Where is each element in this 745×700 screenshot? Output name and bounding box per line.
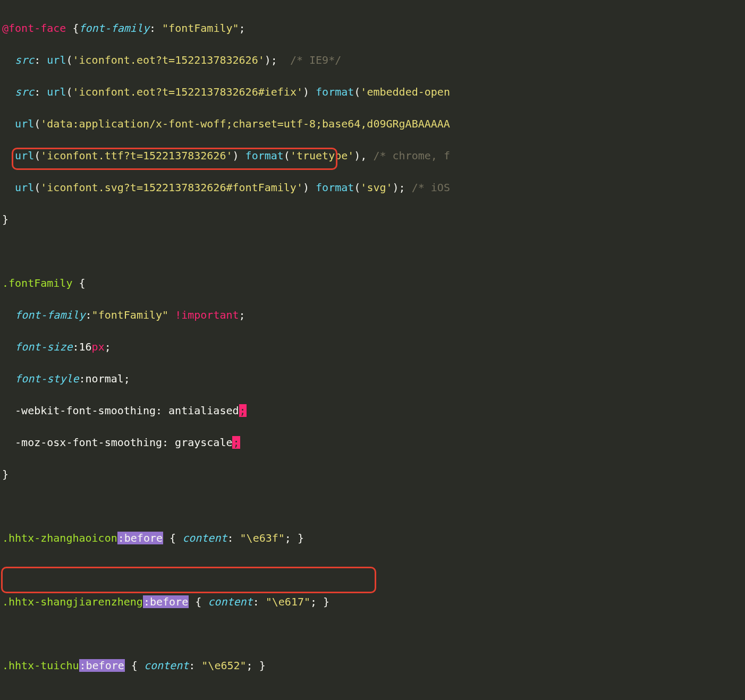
css-selector: .fontFamily (2, 277, 72, 289)
blank-line (2, 689, 743, 700)
css-string: "\e617" (266, 595, 310, 608)
css-string: "\e652" (201, 659, 246, 672)
css-string: 'data:application/x-font-woff;charset=ut… (40, 117, 450, 130)
css-selector: .hhtx-zhanghaoicon (2, 532, 117, 544)
css-function: format (245, 149, 284, 162)
css-property: src (15, 86, 34, 98)
css-comment: /* chrome, f (367, 149, 450, 162)
css-property: font-family (15, 309, 85, 321)
code-line: url('data:application/x-font-woff;charse… (2, 116, 743, 132)
code-line: src: url('iconfont.eot?t=1522137832626#i… (2, 84, 743, 100)
css-string: 'iconfont.svg?t=1522137832626#fontFamily… (40, 181, 303, 194)
css-string: "\e63f" (240, 532, 285, 544)
code-line: .hhtx-tuichu:before { content: "\e652"; … (2, 658, 743, 673)
css-comment: /* IE9*/ (284, 54, 341, 66)
css-string: 'iconfont.eot?t=1522137832626#iefix' (72, 86, 302, 98)
code-editor: @font-face {font-family: "fontFamily"; s… (0, 0, 745, 700)
code-line: } (2, 211, 743, 227)
css-function: url (47, 54, 66, 66)
css-selector: .hhtx-tuichu (2, 659, 79, 672)
at-rule-keyword: @font-face (2, 22, 66, 35)
highlighted-semicolon: ; (239, 404, 247, 417)
css-string: "fontFamily" (92, 309, 169, 321)
css-string: "fontFamily" (156, 22, 239, 35)
css-comment: /* iOS (405, 181, 450, 194)
pseudo-selector: :before (117, 532, 163, 544)
css-function: url (15, 149, 34, 162)
code-line: url('iconfont.ttf?t=1522137832626') form… (2, 148, 743, 164)
code-line: } (2, 466, 743, 482)
code-line: font-size:16px; (2, 339, 743, 355)
code-line: font-style:normal; (2, 371, 743, 387)
code-line: .hhtx-shangjiarenzheng:before { content:… (2, 594, 743, 610)
css-function: format (316, 181, 354, 194)
css-string: 'truetype' (290, 149, 354, 162)
css-function: url (47, 86, 66, 98)
code-line: -moz-osx-font-smoothing: grayscale; (2, 434, 743, 450)
pseudo-selector: :before (143, 595, 189, 608)
blank-line (2, 562, 743, 578)
css-property: font-size (15, 340, 72, 353)
blank-line (2, 626, 743, 642)
css-string: 'iconfont.eot?t=1522137832626' (72, 54, 264, 66)
css-property: font-family (79, 22, 149, 35)
css-property: font-style (15, 372, 79, 385)
css-property: content (208, 595, 252, 608)
css-function: url (15, 117, 34, 130)
css-property: src (15, 54, 34, 66)
code-line: font-family:"fontFamily" !important; (2, 307, 743, 323)
css-function: format (316, 86, 354, 98)
blank-line (2, 243, 743, 259)
css-string: 'embedded-open (360, 86, 450, 98)
highlighted-semicolon: ; (232, 436, 240, 449)
important-keyword: !important (175, 309, 239, 321)
code-line: .hhtx-zhanghaoicon:before { content: "\e… (2, 530, 743, 546)
code-line: -webkit-font-smoothing: antialiased; (2, 403, 743, 419)
css-property: content (182, 532, 227, 544)
pseudo-selector: :before (79, 659, 125, 672)
css-string: 'iconfont.ttf?t=1522137832626' (40, 149, 232, 162)
css-selector: .hhtx-shangjiarenzheng (2, 595, 143, 608)
code-line: url('iconfont.svg?t=1522137832626#fontFa… (2, 180, 743, 195)
code-line: src: url('iconfont.eot?t=1522137832626')… (2, 52, 743, 68)
code-line: @font-face {font-family: "fontFamily"; (2, 20, 743, 36)
css-string: 'svg' (360, 181, 392, 194)
code-line: .fontFamily { (2, 275, 743, 291)
css-property: content (144, 659, 189, 672)
css-unit: px (92, 340, 105, 353)
blank-line (2, 498, 743, 514)
css-function: url (15, 181, 34, 194)
